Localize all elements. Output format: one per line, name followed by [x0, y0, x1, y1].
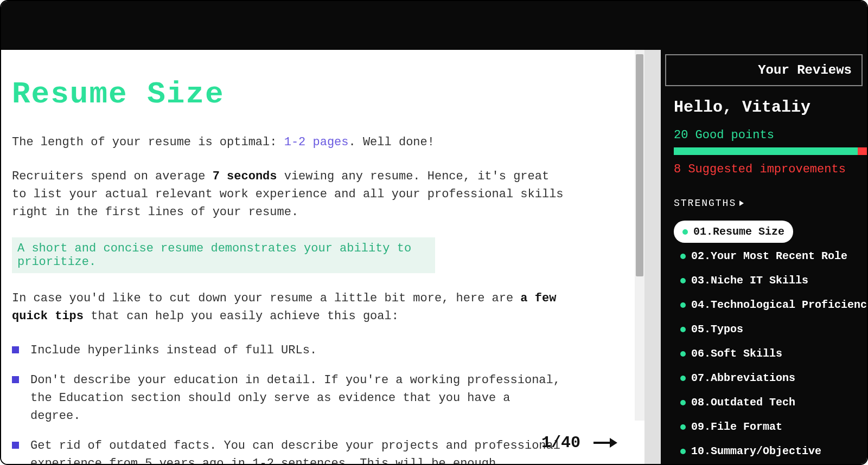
content-panel: Resume Size The length of your resume is…: [1, 50, 661, 464]
bullet-dot-icon: [682, 229, 688, 235]
strengths-label: STRENGTHS: [674, 198, 736, 209]
strength-item[interactable]: 01.Resume Size: [674, 221, 793, 243]
suggested-label: 8 Suggested improvements: [661, 163, 867, 198]
content-scroll: Resume Size The length of your resume is…: [1, 50, 644, 464]
next-arrow-icon[interactable]: [593, 437, 617, 449]
strength-item[interactable]: 06.Soft Skills: [674, 343, 867, 365]
pager-current: 1: [541, 434, 551, 452]
tips-intro-a: In case you'd like to cut down your resu…: [12, 292, 520, 305]
intro-paragraph: The length of your resume is optimal: 1-…: [12, 133, 565, 151]
page-title: Resume Size: [12, 77, 612, 112]
strength-item-label: 01.Resume Size: [693, 225, 784, 238]
strength-item-label: 06.Soft Skills: [691, 347, 782, 360]
chevron-right-icon: [739, 201, 744, 206]
strengths-header[interactable]: STRENGTHS: [661, 198, 867, 221]
main-area: Resume Size The length of your resume is…: [1, 50, 867, 464]
recruiters-text-a: Recruiters spend on average: [12, 170, 213, 183]
tip-item: Don't describe your education in detail.…: [12, 371, 565, 425]
strength-item-label: 04.Technological Proficiency: [691, 299, 867, 311]
bullet-dot-icon: [680, 400, 686, 405]
greeting: Hello, Vitaliy: [661, 96, 867, 128]
sidebar: Your Reviews Hello, Vitaliy 20 Good poin…: [661, 50, 867, 464]
strength-item[interactable]: 07.Abbreviations: [674, 367, 867, 389]
strength-item-label: 03.Niche IT Skills: [691, 274, 808, 287]
progress-good: [674, 147, 858, 155]
pager-total: 40: [561, 434, 580, 452]
intro-text-a: The length of your resume is optimal:: [12, 135, 284, 149]
strength-item[interactable]: 10.Summary/Objective: [674, 440, 867, 462]
strength-item[interactable]: 05.Typos: [674, 318, 867, 340]
strength-item[interactable]: 04.Technological Proficiency: [674, 294, 867, 316]
strength-item-label: 09.File Format: [691, 421, 782, 433]
bullet-dot-icon: [680, 351, 686, 357]
bullet-dot-icon: [680, 278, 686, 283]
highlight-callout: A short and concise resume demonstrates …: [12, 237, 435, 273]
strength-item[interactable]: 08.Outdated Tech: [674, 391, 867, 414]
progress-bar: [674, 147, 867, 155]
bullet-dot-icon: [680, 327, 686, 332]
your-reviews-button[interactable]: Your Reviews: [665, 54, 863, 86]
seven-seconds: 7 seconds: [213, 170, 277, 183]
tip-item: Include hyperlinks instead of full URLs.: [12, 341, 565, 359]
strength-item-label: 08.Outdated Tech: [691, 396, 795, 409]
recruiters-paragraph: Recruiters spend on average 7 seconds vi…: [12, 167, 565, 221]
strength-item[interactable]: 03.Niche IT Skills: [674, 269, 867, 292]
tip-item: Get rid of outdated facts. You can descr…: [12, 437, 565, 464]
bullet-dot-icon: [680, 449, 686, 454]
bullet-dot-icon: [680, 424, 686, 430]
pager: 1/40: [541, 434, 617, 452]
page-range-link[interactable]: 1-2 pages: [284, 135, 349, 149]
strength-item-label: 02.Your Most Recent Role: [691, 250, 847, 262]
pager-text: 1/40: [541, 434, 580, 452]
strength-item-label: 05.Typos: [691, 323, 743, 335]
top-bar: [1, 1, 867, 50]
good-points-label: 20 Good points: [661, 128, 867, 147]
strength-item[interactable]: 02.Your Most Recent Role: [674, 245, 867, 267]
progress-bad: [858, 147, 867, 155]
tips-intro-paragraph: In case you'd like to cut down your resu…: [12, 289, 565, 325]
strengths-list: 01.Resume Size02.Your Most Recent Role03…: [661, 221, 867, 464]
intro-text-b: . Well done!: [349, 135, 435, 149]
strength-item-label: 10.Summary/Objective: [691, 445, 821, 457]
bullet-dot-icon: [680, 302, 686, 308]
strength-item-label: 07.Abbreviations: [691, 372, 795, 384]
tips-intro-b: that can help you easily achieve this go…: [84, 309, 399, 323]
bullet-dot-icon: [680, 376, 686, 381]
tips-list: Include hyperlinks instead of full URLs.…: [12, 341, 565, 464]
strength-item[interactable]: 09.File Format: [674, 416, 867, 438]
bullet-dot-icon: [680, 254, 686, 259]
content-shadow: [644, 50, 661, 464]
